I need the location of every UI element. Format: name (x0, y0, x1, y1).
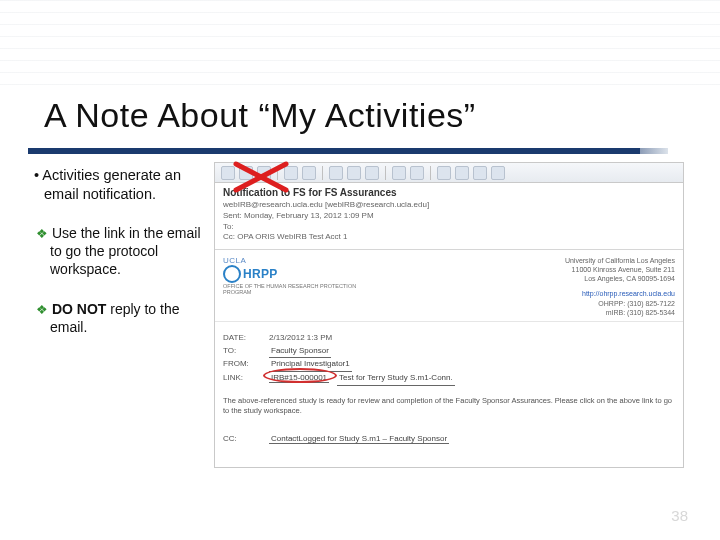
content-area: Activities generate an email notificatio… (30, 166, 690, 520)
email-body: DATE: 2/13/2012 1:3 PM TO: Faculty Spons… (215, 322, 683, 450)
hrpp-logo-text: HRPP (243, 267, 278, 281)
field-label: FROM: (223, 358, 269, 372)
toolbar-icon (392, 166, 406, 180)
email-toolbar (215, 163, 683, 183)
field-row-link: LINK: IRB#15-000001 Test for Terry Study… (223, 372, 675, 386)
toolbar-icon (455, 166, 469, 180)
addr-line: OHRPP: (310) 825-7122 (565, 299, 675, 308)
toolbar-separator (322, 166, 323, 180)
field-label: CC: (223, 434, 269, 444)
addr-line: mIRB: (310) 825-5344 (565, 308, 675, 317)
logo-block: UCLA HRPP OFFICE OF THE HUMAN RESEARCH P… (223, 256, 363, 317)
addr-line: University of California Los Angeles (565, 256, 675, 265)
field-row-date: DATE: 2/13/2012 1:3 PM (223, 332, 675, 345)
address-block: University of California Los Angeles 110… (565, 256, 675, 317)
bullet-3-strong: DO NOT (52, 301, 106, 317)
hrpp-subtitle: OFFICE OF THE HUMAN RESEARCH PROTECTION … (223, 283, 363, 295)
left-column: Activities generate an email notificatio… (30, 166, 212, 520)
email-sent-line: Sent: Monday, February 13, 2012 1:09 PM (223, 211, 675, 222)
toolbar-icon (302, 166, 316, 180)
right-column: Notification to FS for FS Assurances web… (214, 166, 690, 520)
toolbar-icon (329, 166, 343, 180)
email-subject: Notification to FS for FS Assurances (223, 187, 675, 198)
hrpp-logo: HRPP (223, 265, 363, 283)
bullet-2: ❖ Use the link in the email to go the pr… (30, 225, 204, 279)
field-row-to: TO: Faculty Sponsor (223, 345, 675, 359)
toolbar-icon (365, 166, 379, 180)
page-title: A Note About “My Activities” (44, 96, 476, 135)
toolbar-icon (473, 166, 487, 180)
addr-line: 11000 Kinross Avenue, Suite 211 (565, 265, 675, 274)
title-underline (28, 148, 640, 154)
diamond-bullet-icon: ❖ (36, 302, 48, 317)
field-label: LINK: (223, 372, 269, 386)
toolbar-icon (221, 166, 235, 180)
field-row-from: FROM: Principal Investigator1 (223, 358, 675, 372)
toolbar-icon (410, 166, 424, 180)
email-from-line: webIRB@research.ucla.edu [webIRB@researc… (223, 200, 675, 211)
addr-line: Los Angeles, CA 90095-1694 (565, 274, 675, 283)
cc-value: ContactLogged for Study S.m1 – Faculty S… (269, 434, 449, 444)
email-header: Notification to FS for FS Assurances web… (215, 183, 683, 250)
email-cc-line: Cc: OPA ORIS WebIRB Test Acct 1 (223, 232, 675, 243)
bullet-2-text: Use the link in the email to go the prot… (50, 225, 201, 277)
field-value: 2/13/2012 1:3 PM (269, 332, 332, 345)
page-number: 38 (671, 507, 688, 524)
notebook-rule-background (0, 0, 720, 92)
email-letterhead: UCLA HRPP OFFICE OF THE HUMAN RESEARCH P… (215, 250, 683, 322)
title-underline-fade (640, 148, 668, 154)
bullet-3: ❖ DO NOT reply to the email. (30, 301, 204, 337)
email-to-line: To: (223, 222, 675, 233)
field-value: Principal Investigator1 (269, 358, 352, 372)
field-label: TO: (223, 345, 269, 359)
toolbar-separator (277, 166, 278, 180)
bullet-1-text: Activities generate an email notificatio… (42, 167, 181, 202)
link-circled: IRB#15-000001 (269, 372, 329, 386)
toolbar-separator (385, 166, 386, 180)
toolbar-icon (239, 166, 253, 180)
email-body-text: The above-referenced study is ready for … (223, 396, 675, 416)
field-label: DATE: (223, 332, 269, 345)
ucla-small-text: UCLA (223, 256, 363, 265)
link-after: Test for Terry Study S.m1-Conn. (337, 372, 455, 386)
hrpp-circle-icon (223, 265, 241, 283)
link-value: IRB#15-000001 (269, 373, 329, 383)
toolbar-icon (284, 166, 298, 180)
toolbar-separator (430, 166, 431, 180)
toolbar-icon (257, 166, 271, 180)
diamond-bullet-icon: ❖ (36, 226, 48, 241)
toolbar-icon (347, 166, 361, 180)
email-screenshot: Notification to FS for FS Assurances web… (214, 162, 684, 468)
addr-link: http://ohrpp.research.ucla.edu (565, 289, 675, 298)
toolbar-icon (437, 166, 451, 180)
field-value: Faculty Sponsor (269, 345, 331, 359)
bullet-1: Activities generate an email notificatio… (30, 166, 204, 203)
toolbar-icon (491, 166, 505, 180)
field-row-cc: CC: ContactLogged for Study S.m1 – Facul… (223, 434, 675, 444)
